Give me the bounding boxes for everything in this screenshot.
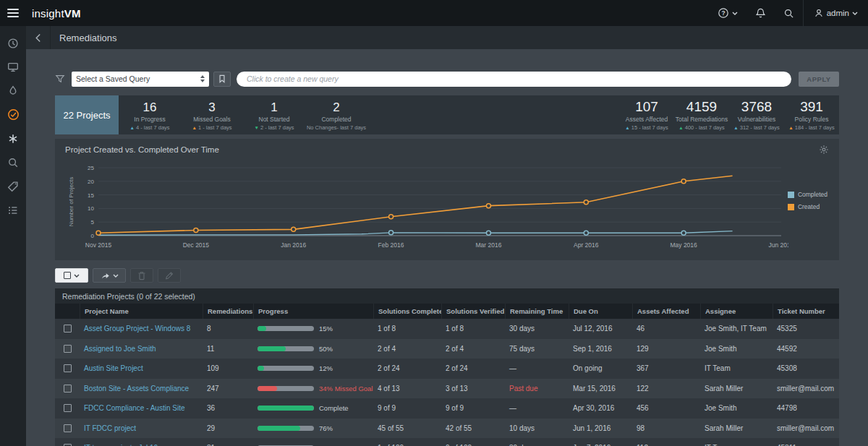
menu-icon[interactable] — [0, 0, 26, 26]
sidebar-item-discovery[interactable] — [4, 155, 22, 170]
table-row[interactable]: Assigned to Joe Smith1150%2 of 42 of 475… — [55, 339, 839, 359]
back-button[interactable] — [26, 26, 51, 49]
share-dropdown[interactable] — [93, 268, 126, 283]
svg-text:5: 5 — [91, 219, 95, 226]
search-button[interactable] — [775, 0, 803, 26]
col-solutions-completed[interactable]: Solutions Completed — [373, 304, 441, 319]
edit-button[interactable] — [158, 268, 181, 283]
cell-progress: 76% — [253, 424, 373, 432]
tag-icon — [7, 180, 20, 193]
table-row[interactable]: Boston Site - Assets Compliance24734% Mi… — [55, 379, 839, 399]
cell-project-name: Asset Group Project - Windows 8 — [80, 325, 203, 333]
svg-text:Number of Projects: Number of Projects — [68, 177, 75, 226]
topbar-actions: ? admin — [709, 0, 868, 26]
row-checkbox[interactable] — [64, 404, 72, 412]
col-ticket-number[interactable]: Ticket Number — [773, 304, 839, 319]
sidebar-item-dashboard[interactable] — [4, 35, 22, 51]
project-name-link[interactable]: FDCC Compliance - Austin Site — [84, 404, 185, 412]
table-row[interactable]: FDCC Compliance - Austin Site36Complete9… — [55, 398, 839, 419]
cell-remaining-time: Past due — [505, 385, 569, 393]
table-body: Asset Group Project - Windows 8815%1 of … — [55, 319, 839, 446]
cell-remaining-time: 10 days — [505, 424, 569, 432]
cell-solutions-completed: 4 of 13 — [373, 385, 441, 393]
progress-bar — [258, 346, 314, 351]
col-solutions-verified[interactable]: Solutions Verified — [441, 304, 505, 319]
filter-funnel-icon — [55, 74, 65, 84]
stats-left-group: 16In Progress▲ 4 - last 7 days3Missed Go… — [119, 95, 367, 134]
sidebar-item-automated-actions[interactable] — [4, 131, 22, 146]
svg-text:10: 10 — [88, 205, 94, 212]
search-icon — [783, 8, 794, 19]
cell-progress: Complete — [253, 404, 373, 412]
table-row[interactable]: Austin Site Project10912%2 of 242 of 24—… — [55, 359, 839, 379]
cell-assignee: Sarah Miller — [700, 385, 773, 393]
assets-monitor-icon — [7, 61, 20, 74]
chevron-down-icon — [113, 274, 119, 278]
row-checkbox[interactable] — [64, 345, 72, 353]
cell-due-on: Apr 30, 2016 — [569, 404, 632, 412]
progress-bar — [258, 426, 314, 431]
col-checkbox — [55, 304, 80, 319]
projects-count-tile[interactable]: 22 Projects — [55, 95, 119, 134]
cell-assets-affected: 129 — [632, 345, 700, 353]
remediation-check-icon — [7, 108, 20, 121]
query-input[interactable] — [237, 72, 791, 87]
breadcrumb-bar: Remediations — [26, 26, 868, 49]
svg-text:Mar 2016: Mar 2016 — [475, 241, 501, 249]
cell-solutions-verified: 2 of 24 — [441, 364, 505, 372]
row-checkbox[interactable] — [64, 364, 72, 372]
notifications-button[interactable] — [746, 0, 775, 26]
sidebar-item-assets[interactable] — [4, 59, 22, 74]
user-menu[interactable]: admin — [803, 0, 868, 26]
row-checkbox[interactable] — [64, 325, 72, 333]
stats-right-group: 107Assets Affected▲ 15 - last 7 days4159… — [619, 95, 839, 134]
project-name-link[interactable]: Assigned to Joe Smith — [84, 345, 156, 353]
cell-assignee: Joe Smith — [700, 345, 773, 353]
project-name-link[interactable]: Boston Site - Assets Compliance — [84, 385, 189, 393]
cell-ticket-number: smiller@mail.com — [773, 385, 839, 393]
project-name-link[interactable]: IT FDCC project — [84, 424, 136, 432]
project-name-link[interactable]: Austin Site Project — [84, 364, 143, 372]
col-assignee[interactable]: Assignee — [700, 304, 773, 319]
cell-ticket-number: 45325 — [773, 325, 839, 333]
col-remediations[interactable]: Remediations — [203, 304, 253, 319]
save-query-button[interactable] — [213, 72, 231, 87]
apply-button[interactable]: APPLY — [799, 72, 839, 87]
cell-solutions-completed: 9 of 9 — [373, 404, 441, 412]
sidebar-item-remediations[interactable] — [4, 107, 22, 122]
sidebar-item-management[interactable] — [4, 202, 22, 218]
row-checkbox[interactable] — [64, 424, 72, 432]
help-menu[interactable]: ? — [709, 0, 746, 26]
cell-solutions-completed: 2 of 24 — [373, 364, 441, 372]
cell-progress: 12% — [253, 364, 373, 372]
col-project-name[interactable]: Project Name — [80, 304, 203, 319]
sidebar-item-vulnerabilities[interactable] — [4, 83, 22, 98]
svg-text:Feb 2016: Feb 2016 — [378, 241, 404, 249]
table-row[interactable]: IT team project - Jul 16311%1 of 1000 of… — [55, 438, 839, 446]
cell-assets-affected: 456 — [632, 404, 700, 412]
line-chart: 0510152025Nov 2015Dec 2015Jan 2016Feb 20… — [65, 156, 788, 254]
row-checkbox[interactable] — [64, 385, 72, 393]
cell-due-on: Jul 12, 2016 — [569, 325, 632, 333]
table-row[interactable]: IT FDCC project2976%45 of 5542 of 5510 d… — [55, 419, 839, 439]
col-assets-affected[interactable]: Assets Affected — [632, 304, 700, 319]
cell-solutions-completed: 1 of 8 — [373, 325, 441, 333]
project-name-link[interactable]: Asset Group Project - Windows 8 — [84, 325, 190, 333]
saved-query-select[interactable]: Select a Saved Query — [72, 72, 209, 87]
svg-text:May 2016: May 2016 — [670, 241, 697, 249]
cell-checkbox — [55, 404, 80, 412]
select-all-dropdown[interactable] — [55, 268, 88, 283]
sidebar-item-tags[interactable] — [4, 179, 22, 194]
stat-assets-affected: 107Assets Affected▲ 15 - last 7 days — [619, 95, 674, 134]
delete-button[interactable] — [130, 268, 153, 283]
table-row[interactable]: Asset Group Project - Windows 8815%1 of … — [55, 319, 839, 339]
cell-solutions-completed: 45 of 55 — [373, 424, 441, 432]
progress-label: Complete — [319, 404, 349, 412]
progress-label: 34% Missed Goal — [319, 385, 373, 393]
chart-title: Project Created vs. Completed Over Time — [65, 145, 219, 154]
col-remaining-time[interactable]: Remaining Time — [505, 304, 569, 319]
col-progress[interactable]: Progress — [253, 304, 373, 319]
chevron-down-icon — [852, 12, 858, 15]
chart-settings-button[interactable] — [819, 145, 829, 155]
col-due-on[interactable]: Due On — [569, 304, 632, 319]
